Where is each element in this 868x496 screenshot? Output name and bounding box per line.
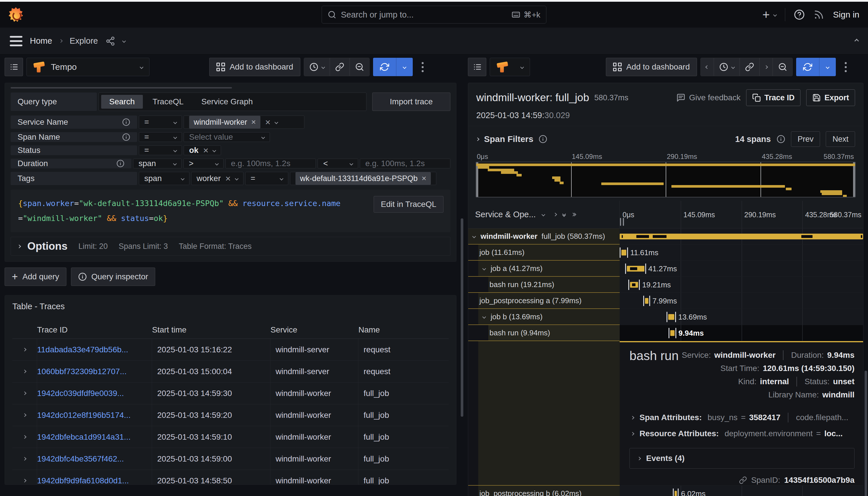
prev-span-button[interactable]: Prev <box>791 131 820 147</box>
query-inspector-button[interactable]: Query inspector <box>71 267 155 286</box>
global-search[interactable]: ⌘+k <box>322 6 546 24</box>
remove-icon[interactable]: × <box>251 118 256 126</box>
span-row[interactable]: windmill-worker full_job (580.37ms) <box>468 229 863 245</box>
share-icon[interactable] <box>106 36 115 46</box>
help-icon[interactable] <box>794 9 805 20</box>
refresh-interval-chevron-icon[interactable] <box>819 58 836 76</box>
clear-icon[interactable]: × <box>265 118 270 127</box>
refresh-interval-chevron-icon[interactable] <box>396 58 413 76</box>
span-attributes-accordion[interactable]: Span Attributes: busy_ns = 3582417 code.… <box>630 409 854 425</box>
duration-gt-select[interactable]: > <box>183 159 223 168</box>
info-icon[interactable] <box>122 118 130 126</box>
next-span-button[interactable]: Next <box>826 131 855 147</box>
status-value-select[interactable]: ok× <box>184 145 221 155</box>
span-row[interactable]: job_postprocessing b (6.02ms) 6.02ms <box>468 486 863 496</box>
datasource-picker[interactable] <box>490 58 530 76</box>
tab-traceql[interactable]: TraceQL <box>144 95 192 109</box>
events-accordion[interactable]: Events (4) <box>630 448 854 469</box>
give-feedback-link[interactable]: Give feedback <box>676 93 740 102</box>
remove-icon[interactable]: × <box>225 174 231 183</box>
span-row[interactable]: job_postprocessing a (7.99ms) 7.99ms <box>468 293 863 309</box>
span-name-cell[interactable]: bash run (19.21ms) <box>468 277 620 293</box>
info-icon[interactable] <box>539 135 547 143</box>
table-row[interactable]: 1942dc012e8f196b5174... 2025-01-03 14:59… <box>12 404 449 426</box>
left-pane-scrollbar[interactable] <box>461 218 463 417</box>
panel-menu-icon[interactable] <box>839 58 852 76</box>
span-row[interactable]: bash run (19.21ms) 19.21ms <box>468 277 863 293</box>
copy-link-button[interactable] <box>740 58 760 76</box>
span-name-cell[interactable]: job (11.61ms) <box>468 245 620 261</box>
news-rss-icon[interactable] <box>813 9 824 20</box>
export-button[interactable]: Export <box>806 89 855 106</box>
trace-id-link[interactable]: 1942dc012e8f196b5174... <box>37 410 130 420</box>
span-name-operator-select[interactable]: = <box>139 132 182 142</box>
options-row[interactable]: Options Limit: 20Spans Limit: 3Table For… <box>11 237 450 256</box>
expand-all-icon[interactable] <box>572 213 576 216</box>
refresh-icon[interactable] <box>373 58 396 76</box>
remove-icon[interactable]: × <box>203 146 209 155</box>
span-track[interactable]: 9.94ms <box>620 325 863 341</box>
breadcrumb-home[interactable]: Home <box>30 36 52 46</box>
table-row[interactable]: 1942dbfc4be3567f462... 2025-01-03 14:59:… <box>12 448 449 470</box>
refresh-icon[interactable] <box>796 58 819 76</box>
breadcrumb-actions-chevron-icon[interactable] <box>122 39 126 43</box>
span-row[interactable]: bash run (9.94ms) 9.94ms <box>468 325 863 341</box>
span-filters-title[interactable]: Span Filters <box>484 134 533 144</box>
trace-id-link[interactable]: 11dabada33e479db56b... <box>37 345 128 354</box>
span-track[interactable]: 6.02ms <box>620 486 863 496</box>
span-duration-bar[interactable] <box>627 266 644 272</box>
tags-value-select[interactable]: wk-default-133114d6a91e-PSPQb× <box>290 172 437 185</box>
row-expander-icon[interactable] <box>23 348 27 352</box>
span-duration-bar[interactable] <box>675 491 677 496</box>
span-track[interactable] <box>620 229 863 245</box>
table-row[interactable]: 1942dbfebca1d9914a31... 2025-01-03 14:59… <box>12 426 449 448</box>
span-row[interactable]: job a (41.27ms) 41.27ms <box>468 261 863 277</box>
trace-id-link[interactable]: 1942dc039dfdf9e0039... <box>37 389 124 398</box>
info-icon[interactable] <box>777 135 785 143</box>
column-resize-handle[interactable] <box>620 218 624 226</box>
time-picker-button[interactable] <box>304 58 330 76</box>
expand-icon[interactable] <box>482 267 486 270</box>
time-picker-button[interactable] <box>714 58 740 76</box>
span-row[interactable]: job (11.61ms) 11.61ms <box>468 245 863 261</box>
remove-icon[interactable]: × <box>422 174 426 183</box>
span-name-cell[interactable]: job b (13.69ms) <box>468 309 620 325</box>
tab-search[interactable]: Search <box>101 95 143 109</box>
column-header[interactable]: Name <box>358 325 449 335</box>
outline-button[interactable] <box>4 58 23 76</box>
span-duration-bar[interactable] <box>621 250 626 255</box>
span-track[interactable]: 7.99ms <box>620 293 863 309</box>
service-name-operator-select[interactable]: = <box>139 115 182 129</box>
tag-value-chip[interactable]: wk-default-133114d6a91e-PSPQb× <box>295 172 431 185</box>
run-query-split-button[interactable] <box>373 58 413 76</box>
collapse-all-icon[interactable] <box>563 213 565 216</box>
span-name-cell[interactable]: job a (41.27ms) <box>468 261 620 277</box>
expand-icon[interactable] <box>472 234 476 238</box>
span-duration-bar[interactable] <box>645 298 648 304</box>
span-name-cell[interactable]: job_postprocessing b (6.02ms) <box>468 486 620 496</box>
duration-lt-select[interactable]: < <box>317 159 358 168</box>
row-expander-icon[interactable] <box>23 435 27 439</box>
search-input[interactable] <box>341 10 507 19</box>
table-row[interactable]: 1060bbf732309b12707... 2025-01-03 15:00:… <box>12 361 449 383</box>
collapse-panel-icon[interactable] <box>855 38 858 44</box>
duration-scope-select[interactable]: span <box>133 159 182 168</box>
shift-time-forward-button[interactable] <box>760 58 773 76</box>
chevron-right-icon[interactable] <box>476 137 479 141</box>
column-header[interactable]: Start time <box>152 325 270 335</box>
status-operator-select[interactable]: = <box>139 145 182 155</box>
span-track[interactable]: 11.61ms <box>620 245 863 261</box>
table-row[interactable]: 1942dbf9d9fa6108d0d1... 2025-01-03 14:58… <box>12 470 449 485</box>
run-query-split-button[interactable] <box>796 58 836 76</box>
traceql-query[interactable]: {span.worker="wk-default-133114d6a91e-PS… <box>18 196 352 226</box>
trace-id-button[interactable]: Trace ID <box>746 89 801 106</box>
trace-id-link[interactable]: 1942dbfebca1d9914a31... <box>37 433 130 442</box>
row-expander-icon[interactable] <box>23 479 27 482</box>
span-duration-bar[interactable] <box>630 282 638 288</box>
span-track[interactable]: 19.21ms <box>620 277 863 293</box>
info-icon[interactable] <box>117 159 124 168</box>
minimap-handle-right[interactable] <box>853 162 855 197</box>
row-expander-icon[interactable] <box>23 391 27 395</box>
import-trace-button[interactable]: Import trace <box>372 93 450 111</box>
new-menu-button[interactable]: + <box>762 8 777 21</box>
